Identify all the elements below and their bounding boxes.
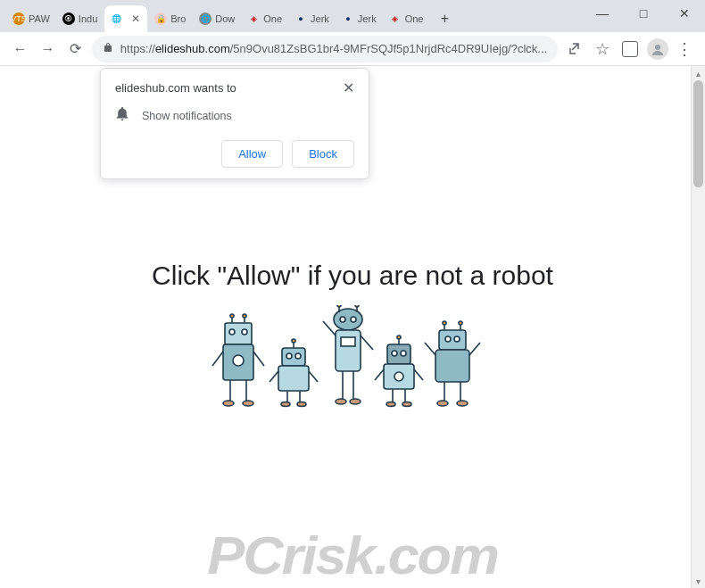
window-close-button[interactable]: ✕ <box>664 0 705 27</box>
allow-button[interactable]: Allow <box>221 140 283 168</box>
svg-point-18 <box>295 353 301 359</box>
tab-3[interactable]: 🔒 Bro <box>149 5 192 32</box>
page-message: Click "Allow" if you are not a robot <box>0 261 705 291</box>
favicon-icon: VTS <box>12 12 25 25</box>
svg-line-38 <box>361 335 373 350</box>
svg-point-58 <box>454 336 460 342</box>
share-icon[interactable] <box>563 37 585 62</box>
svg-line-50 <box>375 369 384 380</box>
tab-7[interactable]: ● Jerk <box>336 5 382 32</box>
tab-6[interactable]: ● Jerk <box>289 5 335 32</box>
svg-point-29 <box>340 317 345 322</box>
extensions-icon[interactable] <box>618 37 641 62</box>
bookmark-star-icon[interactable]: ☆ <box>591 37 613 62</box>
tab-label: One <box>263 13 282 24</box>
svg-point-62 <box>459 321 462 325</box>
svg-point-68 <box>437 401 448 406</box>
scrollbar-thumb[interactable] <box>693 80 703 187</box>
svg-point-27 <box>297 402 306 407</box>
svg-point-44 <box>392 351 397 356</box>
permission-origin: elideshub.com wants to <box>115 81 236 95</box>
address-bar[interactable]: https://elideshub.com/5n9Ovu81ZsBG1br4-9… <box>92 36 558 62</box>
tab-1[interactable]: ⦿ Indu <box>57 5 103 32</box>
svg-line-51 <box>414 369 423 380</box>
svg-point-30 <box>351 317 356 322</box>
favicon-icon: 🌐 <box>110 12 122 25</box>
svg-point-2 <box>229 329 235 335</box>
tab-label: Bro <box>170 13 187 24</box>
scroll-up-icon[interactable]: ▴ <box>692 66 705 80</box>
svg-point-47 <box>397 335 401 339</box>
tab-close-icon[interactable]: ✕ <box>131 12 142 25</box>
profile-avatar[interactable] <box>646 37 668 62</box>
svg-line-37 <box>323 321 336 335</box>
svg-rect-36 <box>341 337 355 346</box>
favicon-icon: ⦿ <box>62 12 75 25</box>
svg-rect-16 <box>282 348 305 366</box>
svg-point-9 <box>233 355 244 366</box>
svg-point-55 <box>402 402 411 407</box>
svg-rect-35 <box>336 330 361 371</box>
svg-point-5 <box>230 314 234 318</box>
svg-point-14 <box>223 401 234 406</box>
back-button[interactable]: ← <box>9 37 31 62</box>
browser-toolbar: ← → ⟳ https://elideshub.com/5n9Ovu81ZsBG… <box>0 32 705 66</box>
svg-line-22 <box>270 371 278 382</box>
svg-rect-43 <box>387 344 411 364</box>
svg-point-20 <box>292 339 295 343</box>
tab-4[interactable]: 🌐 Dow <box>194 5 240 32</box>
page-viewport: elideshub.com wants to ✕ Show notificati… <box>0 66 705 588</box>
svg-rect-21 <box>278 366 309 391</box>
favicon-icon: ● <box>342 12 354 25</box>
svg-rect-63 <box>435 350 469 382</box>
new-tab-button[interactable]: + <box>434 8 455 29</box>
svg-point-42 <box>350 399 361 404</box>
close-icon[interactable]: ✕ <box>343 79 354 96</box>
maximize-button[interactable]: □ <box>623 0 664 27</box>
favicon-icon: ◈ <box>389 12 402 25</box>
svg-point-69 <box>457 401 468 406</box>
svg-line-65 <box>469 343 480 355</box>
svg-point-26 <box>281 402 290 407</box>
bell-icon <box>115 107 129 124</box>
tab-active[interactable]: 🌐 ✕ <box>104 5 147 32</box>
svg-rect-1 <box>225 323 252 344</box>
svg-point-57 <box>445 336 451 342</box>
lock-icon <box>103 41 113 56</box>
tab-label: Jerk <box>358 13 377 24</box>
menu-icon[interactable]: ⋮ <box>674 37 696 62</box>
tab-label: Jerk <box>311 13 329 24</box>
svg-point-28 <box>334 309 362 330</box>
window-controls: — □ ✕ <box>582 0 705 27</box>
svg-line-23 <box>309 371 318 382</box>
reload-button[interactable]: ⟳ <box>64 37 87 62</box>
block-button[interactable]: Block <box>292 140 354 168</box>
svg-line-11 <box>253 352 264 366</box>
forward-button[interactable]: → <box>37 37 59 62</box>
tab-label: Indu <box>79 13 97 24</box>
svg-point-41 <box>336 399 346 404</box>
scroll-down-icon[interactable]: ▾ <box>692 574 705 588</box>
favicon-icon: ◈ <box>247 12 260 25</box>
favicon-icon: 🔒 <box>154 12 167 25</box>
favicon-icon: 🌐 <box>199 12 212 25</box>
svg-point-49 <box>394 372 403 381</box>
watermark-text: PCrisk.com <box>0 525 705 588</box>
robot-illustration <box>207 305 498 425</box>
svg-point-32 <box>337 305 341 307</box>
svg-point-60 <box>443 321 446 325</box>
vertical-scrollbar[interactable]: ▴ ▾ <box>691 66 705 588</box>
permission-description: Show notifications <box>142 110 232 122</box>
svg-point-7 <box>243 314 246 318</box>
tab-label: One <box>405 13 424 24</box>
svg-point-54 <box>386 402 395 407</box>
url-text: https://elideshub.com/5n9Ovu81ZsBG1br4-9… <box>120 42 547 55</box>
tab-5[interactable]: ◈ One <box>242 5 287 32</box>
svg-point-17 <box>286 353 292 359</box>
tab-0[interactable]: VTS PAW <box>7 5 55 32</box>
favicon-icon: ● <box>294 12 307 25</box>
svg-point-34 <box>355 305 359 307</box>
minimize-button[interactable]: — <box>582 0 623 27</box>
tab-8[interactable]: ◈ One <box>384 5 429 32</box>
svg-line-10 <box>212 352 223 366</box>
